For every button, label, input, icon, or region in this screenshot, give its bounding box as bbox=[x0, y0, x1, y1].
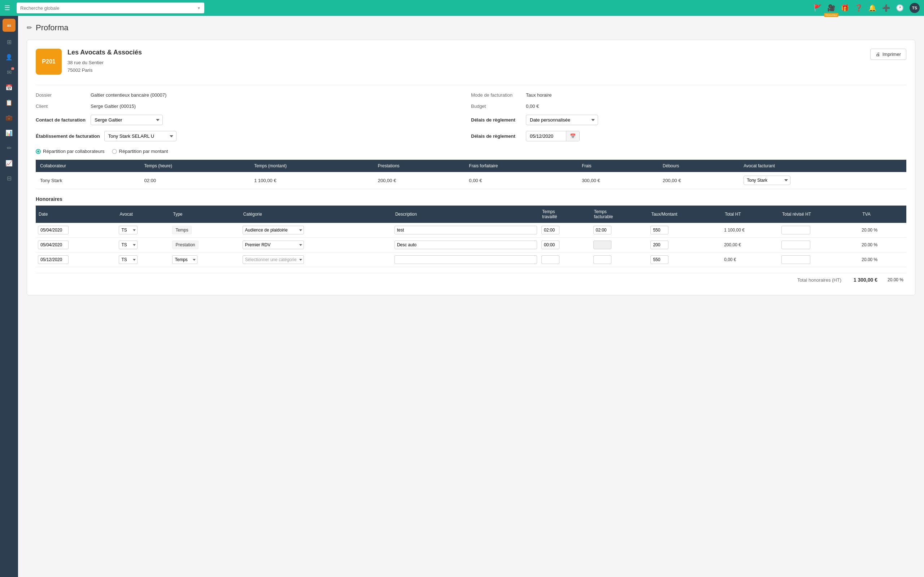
radio-montant-label: Répartition par montant bbox=[119, 148, 168, 154]
radio-collaborateurs[interactable]: Répartition par collaborateurs bbox=[36, 148, 105, 154]
search-input[interactable] bbox=[20, 5, 197, 11]
facturable-input-1[interactable] bbox=[593, 226, 611, 234]
nav-plus-icon[interactable]: ➕ bbox=[882, 4, 890, 12]
taux-input-3[interactable] bbox=[650, 255, 669, 264]
collab-table: Collaborateur Temps (heure) Temps (monta… bbox=[36, 160, 906, 189]
printer-icon: 🖨 bbox=[876, 52, 880, 57]
travaille-input-3[interactable] bbox=[541, 255, 559, 264]
hon-avocat-3: TS bbox=[116, 253, 170, 267]
hon-total-ht-1: 1 100,00 € bbox=[722, 223, 779, 238]
honoraires-header: Date Avocat Type Catégorie Description T… bbox=[36, 206, 906, 223]
travaille-input-1[interactable] bbox=[541, 226, 559, 234]
budget-label: Budget bbox=[471, 103, 522, 109]
type-badge-2: Prestation bbox=[172, 240, 198, 249]
avocat-select-1[interactable]: TS bbox=[119, 226, 137, 234]
nav-gift-icon[interactable]: 🎁 bbox=[841, 4, 849, 12]
sidebar-item-notes[interactable]: ✏ bbox=[3, 141, 16, 154]
travaille-input-2[interactable] bbox=[541, 240, 559, 249]
etablissement-select[interactable]: Tony Stark SELARL U bbox=[104, 131, 176, 141]
sidebar-item-calendar[interactable]: 📅 bbox=[3, 81, 16, 94]
nav-bell-icon[interactable]: 🔔 bbox=[868, 4, 876, 12]
categorie-select-3[interactable]: Sélectionner une catégorie bbox=[242, 255, 304, 264]
mode-facturation-row: Mode de facturation Taux horaire bbox=[471, 92, 906, 98]
total-revise-input-3[interactable] bbox=[782, 255, 810, 264]
total-revise-input-1[interactable] bbox=[782, 226, 810, 234]
calendar-icon[interactable]: 📅 bbox=[566, 131, 579, 141]
hon-total-revise-1 bbox=[779, 223, 859, 238]
sidebar-item-cases[interactable]: 💼 bbox=[3, 111, 16, 124]
avocat-select-3[interactable]: TS bbox=[119, 255, 137, 264]
date-input-1[interactable] bbox=[38, 226, 69, 234]
categorie-select-1[interactable]: Audience de plaidoirie bbox=[242, 226, 304, 234]
sidebar-item-messages[interactable]: ✉ 29 bbox=[3, 66, 16, 79]
date-input-3[interactable] bbox=[38, 255, 69, 264]
nav-video-icon[interactable]: 🎥 Nouveau bbox=[827, 4, 835, 12]
type-select-3[interactable]: Temps bbox=[172, 255, 197, 264]
radio-montant[interactable]: Répartition par montant bbox=[112, 148, 168, 154]
description-input-3[interactable] bbox=[394, 255, 537, 264]
hon-col-temps-travaille: Tempstravaillé bbox=[539, 206, 591, 223]
sidebar-item-tasks[interactable]: 📋 bbox=[3, 96, 16, 109]
dossier-label: Dossier bbox=[36, 92, 86, 98]
nav-flag-icon[interactable]: 🚩 bbox=[814, 4, 822, 12]
date-input-2[interactable] bbox=[38, 240, 69, 249]
sidebar-logo[interactable]: as bbox=[3, 19, 16, 32]
hon-travaille-3 bbox=[539, 253, 591, 267]
client-label: Client bbox=[36, 103, 86, 109]
avocat-select-2[interactable]: TS bbox=[119, 240, 137, 249]
hon-col-total-revise: Total révisé HT bbox=[779, 206, 859, 223]
avatar[interactable]: TS bbox=[909, 3, 920, 13]
delais-date-input[interactable] bbox=[526, 131, 566, 141]
description-input-2[interactable] bbox=[394, 240, 537, 249]
hon-date-1 bbox=[36, 223, 116, 238]
etablissement-row: Établissement de facturation Tony Stark … bbox=[36, 131, 471, 141]
sidebar-item-misc[interactable]: ⊟ bbox=[3, 172, 16, 185]
edit-icon: ✏ bbox=[27, 24, 32, 32]
hon-tva-3: 20.00 % bbox=[859, 253, 906, 267]
taux-input-2[interactable] bbox=[650, 240, 669, 249]
hon-description-3 bbox=[393, 253, 539, 267]
nav-help-icon[interactable]: ❓ bbox=[855, 4, 863, 12]
contact-facturation-label: Contact de facturation bbox=[36, 117, 86, 122]
print-label: Imprimer bbox=[882, 52, 901, 57]
col-prestations: Prestations bbox=[373, 160, 465, 172]
hon-travaille-2 bbox=[539, 238, 591, 253]
page-title: Proforma bbox=[36, 23, 68, 32]
nav-icons: 🚩 🎥 Nouveau 🎁 ❓ 🔔 ➕ 🕐 TS bbox=[814, 3, 920, 13]
hon-facturable-1 bbox=[591, 223, 649, 238]
sidebar-item-reports[interactable]: 📊 bbox=[3, 126, 16, 139]
hon-type-1: Temps bbox=[170, 223, 240, 238]
col-avocat-facturant: Avocat facturant bbox=[739, 160, 906, 172]
search-bar[interactable]: ▼ bbox=[16, 3, 204, 13]
delais-select[interactable]: Date personnalisée bbox=[526, 115, 598, 125]
hamburger-icon[interactable]: ☰ bbox=[4, 4, 10, 12]
hon-total-ht-3: 0,00 € bbox=[722, 253, 779, 267]
categorie-select-2[interactable]: Premier RDV bbox=[242, 240, 304, 249]
facturable-input-3[interactable] bbox=[593, 255, 611, 264]
nav-clock-icon[interactable]: 🕐 bbox=[896, 4, 904, 12]
total-revise-input-2[interactable] bbox=[782, 240, 810, 249]
taux-input-1[interactable] bbox=[650, 226, 669, 234]
top-nav: ☰ ▼ 🚩 🎥 Nouveau 🎁 ❓ 🔔 ➕ 🕐 TS bbox=[0, 0, 924, 16]
hon-col-temps-facturable: Tempsfacturable bbox=[591, 206, 649, 223]
sidebar-item-contacts[interactable]: 👤 bbox=[3, 50, 16, 63]
col-frais-forfaitaire: Frais forfaitaire bbox=[465, 160, 577, 172]
company-name: Les Avocats & Associés bbox=[68, 49, 142, 56]
cell-frais: 300,00 € bbox=[577, 172, 658, 189]
contact-facturation-select[interactable]: Serge Galtier bbox=[90, 115, 163, 125]
print-button[interactable]: 🖨 Imprimer bbox=[870, 49, 906, 60]
sidebar-item-dashboard[interactable]: ⊞ bbox=[3, 35, 16, 48]
col-frais: Frais bbox=[577, 160, 658, 172]
hon-total-revise-2 bbox=[779, 238, 859, 253]
cell-collaborateur: Tony Stark bbox=[36, 172, 140, 189]
description-input-1[interactable] bbox=[394, 226, 537, 234]
col-collaborateur: Collaborateur bbox=[36, 160, 140, 172]
hon-col-type: Type bbox=[170, 206, 240, 223]
info-grid: Dossier Galtier contentieux bancaire (00… bbox=[36, 85, 906, 141]
main-content: ✏ Proforma P201 Les Avocats & Associés 3… bbox=[18, 16, 924, 577]
info-right: Mode de facturation Taux horaire Budget … bbox=[471, 92, 906, 141]
cell-prestations: 200,00 € bbox=[373, 172, 465, 189]
avocat-facturant-select[interactable]: Tony Stark bbox=[743, 176, 790, 185]
company-badge: P201 bbox=[36, 49, 62, 75]
sidebar-item-analytics[interactable]: 📈 bbox=[3, 156, 16, 169]
